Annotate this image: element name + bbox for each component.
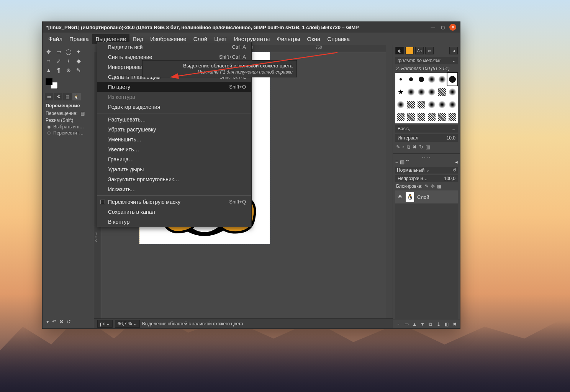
footer-save-icon[interactable]: ▾ [46,319,49,325]
brush-item[interactable] [437,111,447,123]
brush-item[interactable] [396,99,406,111]
mi-feather[interactable]: Растушевать… [97,115,251,125]
brush-item[interactable] [416,99,426,111]
layer-opacity-input[interactable]: Непрозрачн… 100,0 [395,175,458,182]
tool-text-icon[interactable]: ¶ [54,66,63,74]
mi-by-color[interactable]: По цветуShift+O [97,82,251,92]
tool-picker-icon[interactable]: ✎ [74,66,83,74]
tool-rotate-icon[interactable]: ⤢ [54,57,63,65]
radio-pick[interactable]: Выбрать и п… [43,124,93,130]
minimize-button[interactable]: — [429,24,436,31]
menu-file[interactable]: Файл [45,34,66,44]
layer-thumbnail[interactable]: 🐧 [406,192,414,202]
lock-move-icon[interactable]: ✥ [431,184,435,189]
tool-rect-icon[interactable]: ▭ [54,48,63,56]
mi-save-to-channel[interactable]: Сохранить в канал [97,207,251,217]
fg-color-swatch[interactable] [46,78,52,85]
tool-brush-icon[interactable]: / [64,57,73,65]
radio-move[interactable]: Переместит… [43,130,93,136]
menu-windows[interactable]: Окна [304,34,324,44]
lock-alpha-icon[interactable]: ▩ [437,184,441,189]
mi-rounded-rect[interactable]: Закруглить прямоугольник… [97,174,251,184]
brush-item[interactable] [406,111,416,123]
brush-item-selected[interactable] [447,73,457,85]
refresh-icon[interactable]: ↻ [419,144,423,150]
brush-item[interactable] [406,73,416,85]
tab-channels-icon[interactable]: ▥ [400,159,405,165]
brush-item[interactable] [437,73,447,85]
tool-crop-icon[interactable]: ⌗ [44,57,53,65]
mi-border[interactable]: Граница… [97,154,251,164]
mi-sharpen[interactable]: Убрать растушёвку [97,125,251,134]
brush-item[interactable] [416,73,426,85]
footer-delete-icon[interactable]: ✖ [59,319,64,325]
tool-move-icon[interactable]: ✥ [44,48,53,56]
mi-shrink[interactable]: Уменьшить… [97,134,251,144]
tab-layers-icon[interactable]: ≡ [395,159,398,165]
mi-remove-holes[interactable]: Удалить дыры [97,164,251,174]
maximize-button[interactable]: ▢ [439,24,446,31]
tab-menu-icon[interactable]: ◂ [449,47,458,54]
mi-selection-editor[interactable]: Редактор выделения [97,102,251,112]
brush-item[interactable] [427,99,437,111]
brush-item[interactable] [437,99,447,111]
tab-patterns-icon[interactable] [405,47,414,54]
mi-grow[interactable]: Увеличить… [97,144,251,154]
footer-undo-icon[interactable]: ↶ [52,319,56,325]
layer-mode-select[interactable]: Режим Нормальный ⌄ ↺ [395,167,458,174]
brush-item[interactable] [396,111,406,123]
brush-item[interactable] [396,85,406,98]
brush-item[interactable] [447,85,457,98]
brush-item[interactable] [427,111,437,123]
tab-history-icon[interactable]: ▭ [425,47,434,54]
brush-item[interactable] [416,85,426,98]
tab-menu-icon[interactable]: ◂ [455,159,458,165]
duplicate-icon[interactable]: ⧉ [407,144,410,150]
fg-bg-color[interactable] [46,78,58,89]
new-layer-icon[interactable]: ▫ [395,321,402,327]
brush-item[interactable] [406,99,416,111]
brush-item[interactable] [427,73,437,85]
tool-wand-icon[interactable]: ✦ [74,48,83,56]
tool-heal-icon[interactable]: ⊛ [64,66,73,74]
up-icon[interactable]: ▲ [411,321,418,327]
brush-item[interactable] [447,111,457,123]
tab-tooloptions-icon[interactable]: 🐧 [72,93,81,100]
mi-toggle-quickmask[interactable]: Переключить быструю маскуShift+Q [97,197,251,207]
brush-item[interactable] [437,85,447,98]
move-target-icon[interactable]: ▦ [80,111,85,116]
tab-brushes-icon[interactable]: ◐ [395,47,404,54]
brush-item[interactable] [396,73,406,85]
lock-paint-icon[interactable]: ✎ [425,184,429,189]
brush-item[interactable] [416,111,426,123]
tool-bucket-icon[interactable]: ◆ [74,57,83,65]
brush-preset-select[interactable]: Basic,⌄ [395,125,458,133]
delete-icon[interactable]: ✖ [451,321,458,327]
mi-distort[interactable]: Исказить… [97,184,251,194]
mask-icon[interactable]: ◧ [443,321,450,327]
close-button[interactable]: ✕ [449,24,456,31]
brush-filter-input[interactable]: фильтр по меткам ⌄ [395,57,458,64]
layer-name[interactable]: Слой [417,194,429,200]
menu-filters[interactable]: Фильтры [273,34,303,44]
tool-gradient-icon[interactable]: ▲ [44,66,53,74]
status-zoom-select[interactable]: 66,7 % ⌄ [115,320,140,328]
duplicate-icon[interactable]: ⧉ [428,321,434,327]
layer-item[interactable]: 👁 🐧 Слой [395,190,458,203]
tab-paths-icon[interactable]: ᔥ [406,159,409,165]
status-unit-select[interactable]: px ⌄ [97,320,113,328]
reset-icon[interactable]: ↺ [452,167,456,173]
eye-icon[interactable]: 👁 [398,194,403,200]
brush-interval-input[interactable]: Интервал10,0 [395,134,458,142]
tool-lasso-icon[interactable]: ◯ [64,48,73,56]
merge-icon[interactable]: ⤓ [435,321,442,327]
tab-history-icon[interactable]: ⟲ [54,93,62,100]
menu-help[interactable]: Справка [324,34,353,44]
brush-item[interactable] [406,85,416,98]
menu-edit[interactable]: Правка [66,34,92,44]
tab-device-icon[interactable]: ▭ [45,93,53,100]
new-icon[interactable]: ▫ [403,144,405,150]
mi-to-path[interactable]: В контур [97,217,251,227]
open-icon[interactable]: ▥ [426,144,430,150]
brush-item[interactable] [447,99,457,111]
